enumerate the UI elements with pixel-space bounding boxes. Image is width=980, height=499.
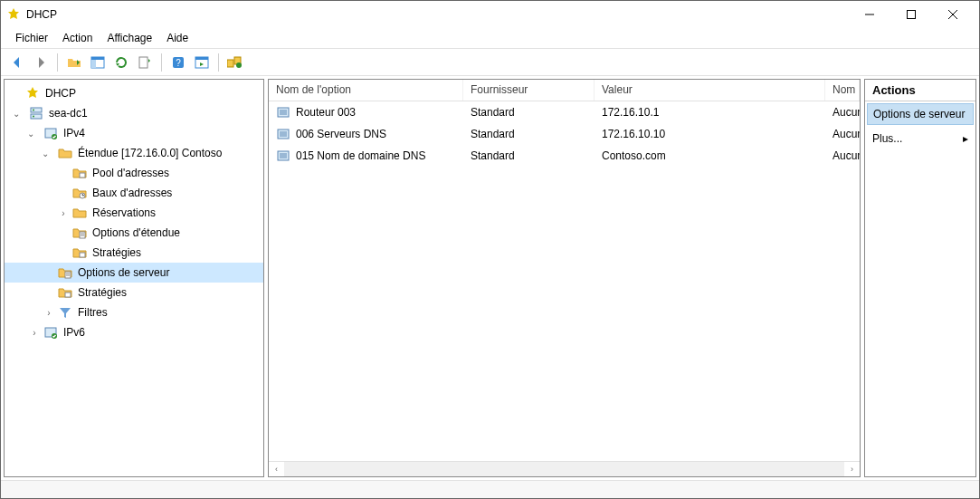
tree-label: Pool d'adresses [90,167,172,179]
list-row[interactable]: 015 Nom de domaine DNS Standard Contoso.… [269,145,860,167]
expand-icon[interactable]: › [28,326,41,339]
option-icon [276,149,290,163]
scroll-left-icon[interactable]: ‹ [269,462,284,477]
actions-more-label: Plus... [872,132,902,145]
dhcp-servers-button[interactable] [224,52,246,73]
menu-action[interactable]: Action [57,30,98,46]
refresh-button[interactable] [110,52,132,73]
help-button[interactable]: ? [167,52,189,73]
tree-leases[interactable]: Baux d'adresses [5,183,263,203]
tree-server-options[interactable]: Options de serveur [5,263,263,283]
tree-label: IPv4 [61,127,88,139]
status-bar [1,480,979,498]
svg-rect-18 [80,173,85,178]
tree-scope-options[interactable]: Options d'étendue [5,223,263,243]
svg-rect-8 [195,57,208,60]
collapse-icon[interactable]: ⌄ [24,127,37,139]
ipv6-icon [43,324,59,341]
menu-view[interactable]: Affichage [101,30,157,46]
expand-icon[interactable]: › [57,206,70,219]
minimize-button[interactable] [849,1,890,28]
menu-bar: Fichier Action Affichage Aide [1,28,979,48]
server-icon [28,105,44,121]
svg-rect-3 [91,60,96,68]
svg-rect-12 [31,108,42,112]
tree-label: Stratégies [90,246,144,259]
collapse-icon[interactable]: ⌄ [10,107,23,120]
horizontal-scrollbar[interactable]: ‹ › [269,461,860,476]
scroll-right-icon[interactable]: › [844,462,860,477]
tree-label: Baux d'adresses [90,187,175,199]
tree[interactable]: DHCP ⌄ sea-dc1 ⌄ IPv4 [5,80,263,346]
list-row[interactable]: 006 Serveurs DNS Standard 172.16.10.10 A… [269,123,860,145]
tree-ipv4[interactable]: ⌄ IPv4 [5,123,263,143]
svg-rect-0 [908,11,916,19]
list-row[interactable]: Routeur 003 Standard 172.16.10.1 Aucune [269,101,860,123]
scroll-track[interactable] [284,462,844,477]
ipv4-icon [43,125,59,141]
cell-value: 172.16.10.1 [602,106,659,119]
cell-strategy: Aucune [833,149,860,162]
header-vendor[interactable]: Fournisseur [463,80,595,101]
main: DHCP ⌄ sea-dc1 ⌄ IPv4 [1,76,979,480]
cell-name: 015 Nom de domaine DNS [296,149,425,162]
cell-vendor: Standard [471,128,515,140]
menu-help[interactable]: Aide [161,30,194,46]
svg-rect-13 [31,114,42,119]
cell-name: Routeur 003 [296,106,356,119]
list-pane: Nom de l'option Fournisseur Valeur Nom d… [268,79,861,477]
export-button[interactable] [134,52,156,73]
up-button[interactable] [63,52,85,73]
dhcp-root-icon [24,85,41,101]
tree-label: DHCP [43,87,79,100]
collapse-icon[interactable]: ⌄ [39,147,52,159]
close-button[interactable] [932,1,974,28]
strategies-icon [71,245,88,261]
cell-vendor: Standard [471,149,515,162]
svg-rect-9 [227,60,233,67]
scope-folder-icon [57,145,73,161]
tree-scope-strategies[interactable]: Stratégies [5,243,263,263]
tree-label: Options de serveur [75,266,172,279]
tree-label: Stratégies [75,286,129,299]
tree-reservations[interactable]: › Réservations [5,203,263,223]
back-button[interactable] [6,52,28,73]
show-hide-tree-button[interactable] [87,52,109,73]
forward-button[interactable] [30,52,52,73]
expand-icon[interactable]: › [43,306,55,319]
tree-server[interactable]: ⌄ sea-dc1 [5,103,263,123]
actions-more[interactable]: Plus... ▸ [865,127,975,150]
scope-options-icon [71,225,88,241]
strategies-icon [57,284,73,301]
svg-rect-2 [91,57,104,60]
tree-filters[interactable]: › Filtres [5,302,263,322]
header-name[interactable]: Nom de l'option [269,80,463,101]
header-value[interactable]: Valeur [595,80,825,101]
tree-label: Réservations [90,206,158,219]
cell-vendor: Standard [471,106,515,119]
dhcp-app-icon [6,7,21,22]
tree-ipv6[interactable]: › IPv6 [5,322,263,342]
svg-point-15 [33,116,34,118]
tree-label: Filtres [75,306,110,319]
server-options-icon [57,264,73,281]
tree-root-dhcp[interactable]: DHCP [5,83,263,103]
tree-server-strategies[interactable]: Stratégies [5,283,263,302]
menu-file[interactable]: Fichier [10,30,53,46]
maximize-button[interactable] [890,1,932,28]
header-strategy[interactable]: Nom de la str [825,80,860,101]
tree-label: sea-dc1 [46,107,90,120]
window-title: DHCP [26,8,849,21]
action-pane-button[interactable] [191,52,213,73]
tree-label: Étendue [172.16.0.0] Contoso [75,147,224,159]
list-header: Nom de l'option Fournisseur Valeur Nom d… [269,80,860,101]
filter-icon [57,304,73,321]
svg-rect-23 [65,293,71,297]
tree-pool[interactable]: Pool d'adresses [5,163,263,183]
cell-strategy: Aucune [833,128,860,140]
blank-toggle [10,87,23,100]
actions-selected[interactable]: Options de serveur [867,103,974,125]
tree-scope[interactable]: ⌄ Étendue [172.16.0.0] Contoso [5,143,263,163]
actions-header: Actions [865,80,975,101]
svg-point-11 [236,62,242,68]
